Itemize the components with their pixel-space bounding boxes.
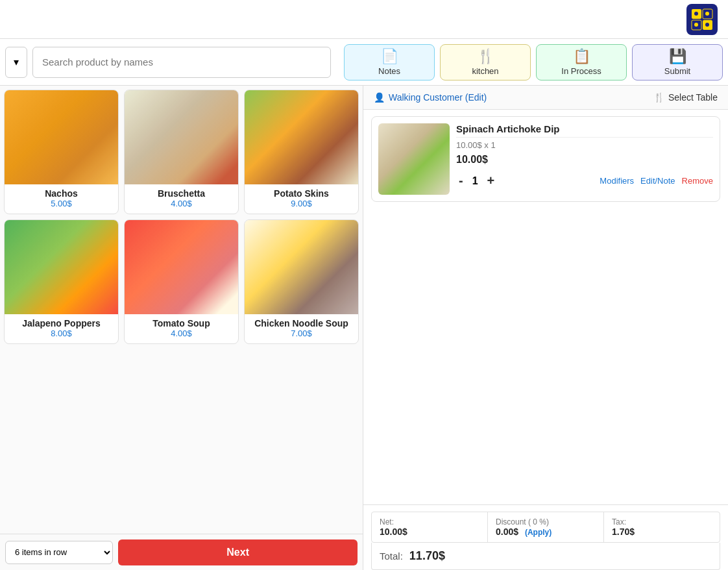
left-panel: Nachos5.00$Bruschetta4.00$Potato Skins9.… [0,86,363,570]
svg-point-7 [694,23,698,27]
notes-icon: 📄 [381,48,398,65]
product-name-tomato-soup: Tomato Soup [152,318,210,328]
product-name-potato-skins: Potato Skins [274,188,329,199]
svg-point-8 [705,23,709,27]
product-price-bruschetta: 4.00$ [171,199,192,208]
product-price-tomato-soup: 4.00$ [171,328,192,338]
inprocess-icon: 📋 [573,48,590,65]
search-input[interactable] [32,47,331,78]
apply-discount-link[interactable]: (Apply) [525,528,552,537]
notes-label: Notes [378,66,400,76]
order-totals: Net: 10.00$ Discount ( 0 %) 0.00$ (Apply… [363,504,728,570]
product-card-bruschetta[interactable]: Bruschetta4.00$ [124,90,239,214]
product-name-chicken-noodle-soup: Chicken Noodle Soup [254,318,348,328]
discount-amount: 0.00$ [496,527,518,537]
modifiers-link[interactable]: Modifiers [600,176,634,186]
bottom-bar: 6 items in row Next [0,534,363,570]
select-table[interactable]: 🍴 Select Table [653,92,718,103]
toolbar-actions: 📄 Notes 🍴 kitchen 📋 In Process 💾 Submit [344,44,723,81]
product-card-nachos[interactable]: Nachos5.00$ [4,90,119,214]
qty-value: 1 [472,175,478,187]
select-table-label: Select Table [668,92,718,103]
tax-label: Tax: [612,517,712,527]
order-item-total: 10.00$ [456,154,713,166]
remove-link[interactable]: Remove [682,176,713,186]
total-row: Total: 11.70$ [371,543,720,570]
product-image-chicken-noodle-soup [245,220,358,314]
submit-label: Submit [664,66,690,76]
tax-value: 1.70$ [612,527,712,537]
net-label: Net: [380,517,479,527]
products-grid: Nachos5.00$Bruschetta4.00$Potato Skins9.… [4,90,359,344]
toolbar: ▾ 📄 Notes 🍴 kitchen 📋 In Process 💾 Submi… [0,39,728,86]
product-name-bruschetta: Bruschetta [158,188,205,199]
item-action-links: Modifiers Edit/Note Remove [600,176,713,186]
svg-point-6 [705,12,709,16]
product-image-tomato-soup [125,220,238,314]
chevron-down-icon: ▾ [14,56,19,68]
edit-note-link[interactable]: Edit/Note [640,176,675,186]
discount-cell: Discount ( 0 %) 0.00$ (Apply) [488,512,604,542]
header [0,0,728,39]
inprocess-button[interactable]: 📋 In Process [536,44,627,81]
kitchen-icon: 🍴 [477,48,494,65]
order-items: Spinach Artichoke Dip 10.00$ x 1 10.00$ … [363,110,728,504]
product-image-bruschetta [125,90,238,184]
svg-point-5 [694,12,698,16]
inprocess-label: In Process [561,66,601,76]
row-select[interactable]: 6 items in row [5,541,113,564]
net-cell: Net: 10.00$ [372,512,488,542]
submit-icon: 💾 [669,48,686,65]
qty-decrease-button[interactable]: - [456,173,466,188]
net-value: 10.00$ [380,527,479,537]
qty-increase-button[interactable]: + [485,173,498,188]
order-item: Spinach Artichoke Dip 10.00$ x 1 10.00$ … [371,116,720,202]
product-price-potato-skins: 9.00$ [291,199,312,208]
tax-cell: Tax: 1.70$ [604,512,720,542]
customer-icon: 👤 [374,92,385,103]
order-header: 👤 Walking Customer (Edit) 🍴 Select Table [363,86,728,110]
kitchen-button[interactable]: 🍴 kitchen [440,44,531,81]
product-price-chicken-noodle-soup: 7.00$ [291,328,312,338]
discount-value: 0.00$ (Apply) [496,527,596,537]
next-button[interactable]: Next [118,539,358,565]
table-icon: 🍴 [653,92,664,103]
right-panel: 👤 Walking Customer (Edit) 🍴 Select Table… [363,86,728,570]
kitchen-label: kitchen [472,66,498,76]
product-card-jalapeno-poppers[interactable]: Jalapeno Poppers8.00$ [4,219,119,344]
product-price-nachos: 5.00$ [51,199,72,208]
product-price-jalapeno-poppers: 8.00$ [51,328,72,338]
order-item-actions: - 1 + Modifiers Edit/Note Remove [456,173,713,188]
qty-control: - 1 + [456,173,497,188]
product-card-tomato-soup[interactable]: Tomato Soup4.00$ [124,219,239,344]
customer-name[interactable]: Walking Customer (Edit) [389,92,487,103]
notes-button[interactable]: 📄 Notes [344,44,435,81]
app-logo [686,4,718,35]
totals-row: Net: 10.00$ Discount ( 0 %) 0.00$ (Apply… [371,512,720,543]
product-image-nachos [5,90,118,184]
submit-button[interactable]: 💾 Submit [632,44,723,81]
order-item-price-line: 10.00$ x 1 [456,137,713,150]
products-grid-wrap[interactable]: Nachos5.00$Bruschetta4.00$Potato Skins9.… [0,86,363,534]
product-card-potato-skins[interactable]: Potato Skins9.00$ [244,90,359,214]
main-content: Nachos5.00$Bruschetta4.00$Potato Skins9.… [0,86,728,570]
search-wrap [32,47,331,78]
product-card-chicken-noodle-soup[interactable]: Chicken Noodle Soup7.00$ [244,219,359,344]
customer-info: 👤 Walking Customer (Edit) [374,92,487,103]
product-image-jalapeno-poppers [5,220,118,314]
order-item-image [378,123,450,195]
product-image-potato-skins [245,90,358,184]
order-item-name: Spinach Artichoke Dip [456,123,713,134]
product-name-nachos: Nachos [45,188,78,199]
product-name-jalapeno-poppers: Jalapeno Poppers [22,318,101,328]
total-label: Total: [380,551,403,562]
category-dropdown[interactable]: ▾ [5,47,27,78]
discount-label: Discount ( 0 %) [496,517,596,527]
order-item-details: Spinach Artichoke Dip 10.00$ x 1 10.00$ … [456,123,713,188]
total-value: 11.70$ [409,549,445,563]
